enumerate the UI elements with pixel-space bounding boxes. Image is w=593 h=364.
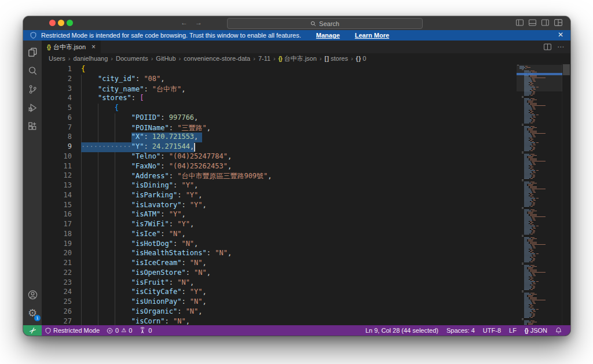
code-line[interactable]: 27 "isCorn": "N",	[42, 317, 515, 326]
code-line[interactable]: 22 "isOpenStore": "N",	[42, 269, 515, 278]
breadcrumb-item[interactable]: { }0	[356, 55, 367, 62]
line-number: 9	[42, 142, 72, 150]
command-center-search[interactable]: Search	[227, 18, 423, 29]
search-label: Search	[319, 20, 339, 27]
line-number: 25	[42, 297, 72, 306]
nav-back-icon[interactable]: ←	[181, 19, 188, 27]
toggle-secondary-sidebar-icon[interactable]	[541, 19, 549, 26]
code-editor[interactable]: 1{2 "city_id": "08",3 "city_name": "台中市"…	[42, 64, 570, 325]
cursor-position-status[interactable]: Ln 9, Col 28 (44 selected)	[361, 325, 442, 336]
learn-more-link[interactable]: Learn More	[355, 32, 389, 39]
line-number: 15	[42, 201, 72, 209]
tab-close-icon[interactable]: ×	[91, 43, 96, 51]
notifications-status[interactable]	[551, 325, 566, 336]
breadcrumb-item[interactable]: [ ]stores	[325, 55, 348, 62]
code-line[interactable]: 3 "city_name": "台中市",	[42, 84, 515, 94]
bell-icon	[555, 327, 562, 334]
breadcrumb-item[interactable]: GitHub	[156, 55, 175, 62]
customize-layout-icon[interactable]	[554, 19, 562, 26]
scrollbar-thumb[interactable]	[563, 64, 570, 75]
line-number: 27	[42, 317, 72, 325]
toggle-sidebar-icon[interactable]	[516, 19, 524, 26]
line-number: 7	[42, 123, 72, 131]
code-line[interactable]: 15 "isLavatory": "Y",	[42, 201, 515, 211]
toggle-panel-icon[interactable]	[529, 19, 536, 26]
minimap[interactable]	[517, 64, 562, 325]
split-editor-icon[interactable]	[544, 43, 551, 50]
run-debug-icon[interactable]	[24, 99, 41, 116]
code-line[interactable]: 14 "isParking": "Y",	[42, 191, 515, 201]
more-actions-icon[interactable]: ⋯	[557, 43, 565, 51]
breadcrumb-item[interactable]: danielhuang	[73, 55, 108, 62]
code-line[interactable]: 9············"Y": 24.271544,	[42, 142, 515, 152]
code-line[interactable]: 2 "city_id": "08",	[42, 75, 515, 84]
code-line[interactable]: 6 "POIID": 997766,	[42, 113, 515, 123]
eol-status[interactable]: LF	[505, 325, 521, 336]
code-line[interactable]: 21 "isIceCream": "N",	[42, 259, 515, 269]
source-control-icon[interactable]	[24, 80, 41, 98]
search-icon	[310, 21, 316, 27]
tab-bar: {} 台中市.json × ⋯	[42, 41, 570, 53]
code-line[interactable]: 1{	[42, 65, 515, 75]
banner-text: Restricted Mode is intended for safe cod…	[41, 32, 301, 39]
code-line[interactable]: 17 "is7WiFi": "Y",	[42, 220, 515, 230]
maximize-window-button[interactable]	[67, 20, 73, 26]
manage-link[interactable]: Manage	[316, 32, 340, 39]
breadcrumb-separator: ›	[273, 55, 276, 62]
tab-label: 台中市.json	[53, 43, 86, 52]
line-number: 3	[42, 84, 72, 93]
tab-taichung-json[interactable]: {} 台中市.json ×	[42, 41, 101, 53]
code-line[interactable]: 13 "isDining": "Y",	[42, 181, 515, 191]
code-line[interactable]: 4 "stores": [	[42, 94, 515, 104]
vertical-scrollbar[interactable]	[562, 64, 570, 325]
code-line[interactable]: 16 "isATM": "Y",	[42, 210, 515, 220]
encoding-status[interactable]: UTF-8	[479, 325, 505, 336]
breadcrumb-item[interactable]: Documents	[116, 55, 148, 62]
line-number: 24	[42, 288, 72, 296]
code-line[interactable]: 18 "isIce": "N",	[42, 230, 515, 240]
code-line[interactable]: 23 "isFruit": "N",	[42, 278, 515, 288]
code-line[interactable]: 24 "isCityCafe": "Y",	[42, 288, 515, 297]
code-line[interactable]: 7 "POIName": "三豐路",	[42, 123, 515, 133]
warnings-icon: ⚠	[121, 328, 126, 333]
breadcrumb-item[interactable]: {}台中市.json	[279, 54, 317, 63]
line-number: 16	[42, 210, 72, 218]
nav-forward-icon[interactable]: →	[195, 19, 202, 27]
restricted-mode-status[interactable]: Restricted Mode	[42, 325, 103, 336]
line-number: 20	[42, 249, 72, 257]
code-line[interactable]: 20 "isHealthStations": "N",	[42, 249, 515, 259]
minimize-window-button[interactable]	[58, 20, 64, 26]
title-bar: ← → Search	[23, 16, 570, 30]
breadcrumb-separator: ›	[351, 55, 353, 62]
settings-gear-icon[interactable]: ⚙ 1	[24, 304, 41, 322]
banner-close-icon[interactable]: ✕	[558, 31, 563, 39]
problems-status[interactable]: 0 ⚠ 0	[103, 325, 136, 336]
remote-indicator[interactable]: ><	[23, 325, 42, 336]
language-label: JSON	[530, 327, 547, 334]
code-line[interactable]: 8 "X": 120.721553,	[42, 133, 515, 142]
line-number: 18	[42, 230, 72, 238]
line-number: 5	[42, 104, 72, 112]
indentation-status[interactable]: Spaces: 4	[442, 325, 479, 336]
errors-count: 0	[115, 327, 119, 334]
code-line[interactable]: 10 "Telno": "(04)25247784",	[42, 152, 515, 162]
explorer-icon[interactable]	[24, 43, 41, 61]
breadcrumb-item[interactable]: 7-11	[258, 55, 270, 62]
search-sidebar-icon[interactable]	[24, 62, 41, 79]
breadcrumb-item[interactable]: Users	[49, 55, 65, 62]
code-line[interactable]: 12 "Address": "台中市豐原區三豐路909號",	[42, 171, 515, 181]
settings-badge: 1	[34, 315, 41, 321]
code-line[interactable]: 25 "isUnionPay": "N",	[42, 297, 515, 307]
code-line[interactable]: 19 "isHotDog": "N",	[42, 240, 515, 249]
accounts-icon[interactable]	[24, 286, 41, 303]
line-number: 1	[42, 65, 72, 73]
code-line[interactable]: 5 {	[42, 104, 515, 113]
code-line[interactable]: 26 "isOrganic": "N",	[42, 307, 515, 317]
ports-status[interactable]: 0	[136, 325, 155, 336]
code-line[interactable]: 11 "FaxNo": "(04)25262453",	[42, 162, 515, 172]
breadcrumb-item[interactable]: convenience-store-data	[184, 55, 250, 62]
close-window-button[interactable]	[49, 20, 56, 26]
language-mode-status[interactable]: {} JSON	[521, 325, 551, 336]
extensions-icon[interactable]	[24, 117, 41, 135]
breadcrumb-separator: ›	[68, 55, 71, 62]
